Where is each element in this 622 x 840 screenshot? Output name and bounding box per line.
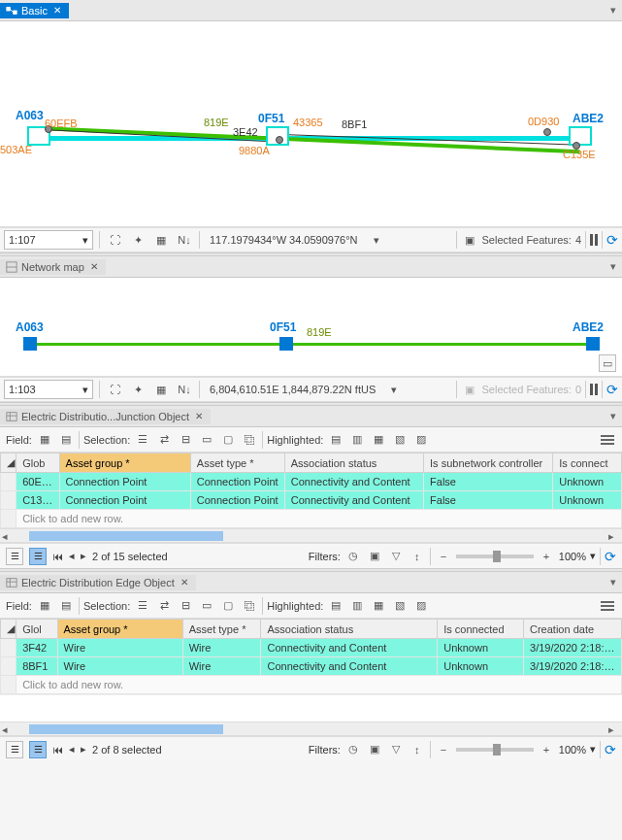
close-icon[interactable]: ✕ [179, 577, 190, 588]
close-icon[interactable]: ✕ [51, 5, 63, 17]
sel-clear-icon[interactable]: ⊟ [177, 431, 194, 449]
menu-icon[interactable] [599, 435, 616, 445]
refresh-icon[interactable]: ⟳ [605, 549, 616, 564]
chevron-down-icon[interactable]: ▾ [368, 231, 385, 249]
cell[interactable]: 60EFB [16, 473, 59, 491]
zoom-out-icon[interactable]: − [435, 548, 452, 565]
scale-combo-2[interactable]: 1:103 ▾ [4, 380, 93, 399]
hl4-icon[interactable]: ▧ [391, 597, 409, 615]
junction-0D93[interactable] [543, 128, 551, 136]
table-row[interactable]: C135E Connection Point Connection Point … [1, 491, 622, 510]
col-connect[interactable]: Is connected [438, 620, 524, 639]
prev-icon[interactable]: ◂ [69, 550, 75, 562]
add-field-icon[interactable]: ▦ [36, 431, 53, 449]
col-glob[interactable]: Glob [16, 454, 59, 473]
scroll-right-icon[interactable]: ▸ [608, 530, 620, 542]
sel-switch-icon[interactable]: ⇄ [155, 431, 173, 449]
col-assettype[interactable]: Asset type * [182, 620, 261, 639]
scroll-thumb[interactable] [29, 724, 223, 734]
rowhdr[interactable]: ◢ [1, 454, 16, 473]
sel-switch-icon[interactable]: ⇄ [155, 597, 173, 615]
view-sel-button[interactable]: ☰ [29, 548, 47, 565]
cell[interactable]: 3/19/2020 2:18:49 P [524, 639, 622, 657]
hl2-icon[interactable]: ▥ [348, 597, 366, 615]
sel-zoom-icon[interactable]: ▭ [198, 597, 215, 615]
north-icon[interactable]: N↓ [176, 231, 193, 249]
close-icon[interactable]: ✕ [88, 261, 100, 273]
snap-icon[interactable]: ⛶ [106, 381, 123, 398]
map2-canvas[interactable]: A063 0F51 819E ABE2 ▭ [0, 278, 622, 377]
table-row[interactable]: 60EFB Connection Point Connection Point … [1, 473, 622, 491]
maptool-icon[interactable]: ▭ [599, 354, 616, 372]
tab-junction[interactable]: Electric Distributio...Junction Object ✕ [0, 409, 211, 424]
col-assoc[interactable]: Association status [284, 454, 423, 473]
node2-ABE2[interactable] [586, 337, 600, 351]
measure-icon[interactable]: ✦ [129, 381, 147, 398]
map1-canvas[interactable]: A063 0F51 ABE2 60EFB 503AE 819E 3E42 988… [0, 21, 622, 227]
cell[interactable]: 3/19/2020 2:18:49 P [524, 657, 622, 676]
cell[interactable]: False [424, 473, 553, 491]
hl5-icon[interactable]: ▨ [412, 431, 430, 449]
node2-A063[interactable] [23, 337, 37, 351]
zoom-in-icon[interactable]: + [538, 548, 555, 565]
filter-extent-icon[interactable]: ▣ [366, 741, 383, 758]
cell[interactable]: Wire [182, 639, 261, 657]
measure-icon[interactable]: ✦ [129, 231, 147, 249]
tab-edge[interactable]: Electric Distribution Edge Object ✕ [0, 575, 196, 590]
col-assoc[interactable]: Association status [261, 620, 438, 639]
cell[interactable]: Connection Point [190, 491, 284, 510]
table-row[interactable]: 3F42 Wire Wire Connectivity and Content … [1, 639, 622, 657]
filter-time-icon[interactable]: ◷ [344, 548, 362, 565]
close-icon[interactable]: ✕ [193, 411, 205, 422]
cell[interactable]: Wire [57, 657, 182, 676]
new-row[interactable]: Click to add new row. [1, 510, 622, 528]
rowhdr[interactable]: ◢ [1, 620, 16, 639]
filter-sort-icon[interactable]: ↕ [409, 548, 426, 565]
hl2-icon[interactable]: ▥ [348, 431, 366, 449]
node2-0F51[interactable] [279, 337, 293, 351]
next-icon[interactable]: ▸ [81, 743, 86, 756]
zoom-out-icon[interactable]: − [435, 741, 452, 758]
north-icon[interactable]: N↓ [176, 381, 193, 398]
cell[interactable]: Wire [182, 657, 261, 676]
filter-icon[interactable]: ▽ [387, 741, 405, 758]
refresh-icon[interactable]: ⟳ [606, 232, 618, 248]
sel-all-icon[interactable]: ☰ [134, 597, 151, 615]
scroll-thumb[interactable] [29, 531, 223, 541]
zoom-in-icon[interactable]: + [538, 741, 555, 758]
next-icon[interactable]: ▸ [81, 550, 86, 562]
hl5-icon[interactable]: ▨ [412, 597, 430, 615]
menu-dropdown-icon[interactable]: ▾ [605, 576, 622, 588]
selection-icon[interactable]: ▣ [461, 231, 478, 249]
tab-netmap[interactable]: Network map ✕ [0, 259, 106, 275]
scroll-left-icon[interactable]: ◂ [2, 530, 14, 542]
filter-sort-icon[interactable]: ↕ [409, 741, 426, 758]
cell[interactable]: Wire [57, 639, 182, 657]
view-sel-button[interactable]: ☰ [29, 741, 47, 758]
view-all-button[interactable]: ☰ [6, 741, 23, 758]
cell[interactable]: Connectivity and Content [284, 473, 423, 491]
cell[interactable]: Connection Point [59, 473, 190, 491]
refresh-icon[interactable]: ⟳ [606, 382, 618, 397]
table-row[interactable]: 8BF1 Wire Wire Connectivity and Content … [1, 657, 622, 676]
cell[interactable]: Unknown [438, 657, 524, 676]
sel-copy-icon[interactable]: ⿻ [241, 597, 258, 615]
menu-dropdown-icon[interactable]: ▾ [605, 410, 622, 422]
cell[interactable]: Unknown [553, 491, 622, 510]
sel-del-icon[interactable]: ▢ [219, 597, 237, 615]
filter-icon[interactable]: ▽ [387, 548, 405, 565]
pause-icon[interactable] [590, 234, 598, 246]
cell[interactable]: Connectivity and Content [284, 491, 423, 510]
view-all-button[interactable]: ☰ [6, 548, 23, 565]
menu-icon[interactable] [599, 601, 616, 611]
cell[interactable]: False [424, 491, 553, 510]
new-row[interactable]: Click to add new row. [1, 676, 622, 694]
grid-icon[interactable]: ▦ [152, 231, 170, 249]
scale-combo[interactable]: 1:107 ▾ [4, 230, 93, 250]
cell[interactable]: Connection Point [190, 473, 284, 491]
first-icon[interactable]: ⏮ [52, 744, 63, 756]
hl4-icon[interactable]: ▧ [391, 431, 409, 449]
hl1-icon[interactable]: ▤ [327, 597, 344, 615]
cell[interactable]: 8BF1 [16, 657, 57, 676]
hscroll[interactable]: ◂ ▸ [0, 722, 622, 735]
